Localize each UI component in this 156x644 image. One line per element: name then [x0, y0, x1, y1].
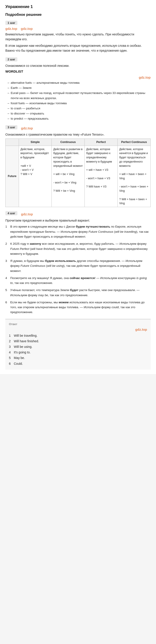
table-cell-perfect-continuous: Действие, которое начнётся в будущем и б…	[118, 146, 150, 207]
answer-5-num: 5	[9, 355, 11, 361]
item-5-bold: будет	[70, 288, 78, 292]
answer-1-num: 1	[9, 333, 11, 338]
table-header-perfect: Perfect	[84, 138, 118, 146]
item-4-bold: сейчас врежется	[70, 276, 95, 280]
list-item-5: 5 Учёные полагают, что температура Земли…	[5, 288, 151, 298]
step4-list: 1 В это время в следующем месяце мы с Дж…	[5, 224, 151, 315]
word-3: Eurail pass — билет на поезд, который по…	[8, 91, 151, 101]
item-1-italic: Future Continuous	[88, 230, 113, 233]
list-item-4: 4 Посмотрите на эту машину! Я думаю, она…	[5, 276, 151, 286]
item-1-italic2: will be travelling	[115, 230, 136, 233]
answer-2: 2 Will have finished.	[9, 338, 147, 344]
item-2-bold: закончу	[30, 242, 41, 246]
watermark-4: gdz.top	[21, 212, 33, 216]
answer-2-num: 2	[9, 338, 11, 344]
item-5-italic: may be	[38, 294, 48, 297]
answer-1: 1 Will be travelling.	[9, 333, 147, 338]
detailed-solution-title: Подробное решение	[5, 13, 151, 17]
watermark-1b: gdz.top	[21, 27, 32, 30]
answer-5: 5 May be.	[9, 355, 147, 361]
table-cell-simple: Действие, которое, вероятно, произойдёт …	[19, 146, 52, 207]
item-6-num: 6	[5, 300, 7, 305]
step-1-text2: В этом задании нам необходимо дополнить …	[5, 43, 151, 53]
item-2-italic: Future Perfect	[10, 247, 30, 250]
word-5: to crash — разбиться	[8, 106, 151, 111]
table-cell-continuous: Действие в развитии в будущем, действие,…	[52, 146, 84, 207]
table-cell-perfect: Действие, которое будет завершено к опре…	[84, 146, 118, 207]
table-header-0	[6, 138, 19, 146]
watermark-2: gdz.top	[139, 76, 151, 79]
watermark-answer: gdz.top	[135, 328, 147, 331]
list-item-2: 2 К 2025 году я закончу все свои исследо…	[5, 242, 151, 256]
list-item-1: 1 В это время в следующем месяце мы с Дж…	[5, 224, 151, 239]
answer-list: 1 Will be travelling. 2 Will have finish…	[9, 333, 147, 366]
exercise-title: Упражнение 1	[5, 4, 151, 9]
answer-title: Ответ	[9, 322, 147, 326]
answer-3-num: 3	[9, 344, 11, 350]
answer-3: 3 Will be using.	[9, 344, 147, 350]
step-4-text: Прочитаем предложения и выберем правильн…	[5, 218, 151, 223]
item-6-italic: could	[112, 306, 119, 309]
word-1: alternative fuels — альтернативные виды …	[8, 80, 151, 86]
item-3-bold: будем использовать	[45, 259, 76, 262]
item-2-italic2: will have finished	[31, 247, 54, 250]
answer-6-num: 6	[9, 361, 11, 366]
answer-block: Ответ gdz.top 1 Will be travelling. 2 Wi…	[5, 319, 151, 370]
table-header-simple: Simple	[19, 138, 52, 146]
answer-6: 6 Could.	[9, 361, 147, 366]
step-1-badge: 1 шаг	[5, 21, 18, 25]
item-6-bold: можем	[58, 300, 69, 304]
table-row-label-future: Future	[6, 146, 19, 207]
word-2: Earth — Земля	[8, 86, 151, 91]
item-3-italic: Future Continuous	[20, 264, 45, 268]
item-2-num: 2	[5, 242, 7, 246]
step-2-badge: 2 шаг	[5, 57, 18, 62]
grammar-table: Simple Continuous Perfect Perfect Contin…	[5, 138, 151, 207]
wordlist: alternative fuels — альтернативные виды …	[5, 80, 151, 121]
list-item-6: 6 Если мы не будем осторожны, мы можем и…	[5, 300, 151, 315]
step-3-text: Ознакомимся с грамматическим правилом на…	[5, 132, 151, 137]
answer-4-num: 4	[9, 350, 11, 355]
answer-4: 4 It's going to.	[9, 350, 147, 355]
word-7: to predict — предсказывать	[8, 116, 151, 121]
item-4-num: 4	[5, 276, 7, 280]
step-2-text: Ознакомимся со списком полезной лексики.	[5, 63, 151, 68]
word-6: to discover — открывать	[8, 111, 151, 116]
step-3-badge: 3 шаг	[5, 125, 18, 130]
item-3-num: 3	[5, 258, 7, 264]
list-item-3: 3 Я думаю, в будущем мы будем использова…	[5, 258, 151, 274]
table-header-perfect-continuous: Perfect Continuous	[118, 138, 150, 146]
watermark-1a: gdz.top	[5, 27, 17, 30]
item-5-num: 5	[5, 288, 7, 292]
wordlist-title: WORDLIST	[5, 70, 151, 73]
step-1-text: Внимательно прочитаем задание, чтобы пон…	[5, 32, 151, 42]
watermark-3: gdz.top	[21, 126, 33, 130]
step-4-badge: 4 шаг	[5, 211, 18, 215]
item-3-italic2: will be using	[47, 264, 64, 268]
table-header-continuous: Continuous	[52, 138, 84, 146]
item-1-bold: будем путешествовать	[76, 225, 110, 228]
item-1-num: 1	[5, 224, 7, 229]
word-4: fossil fuels — ископаемые виды топлива	[8, 101, 151, 106]
